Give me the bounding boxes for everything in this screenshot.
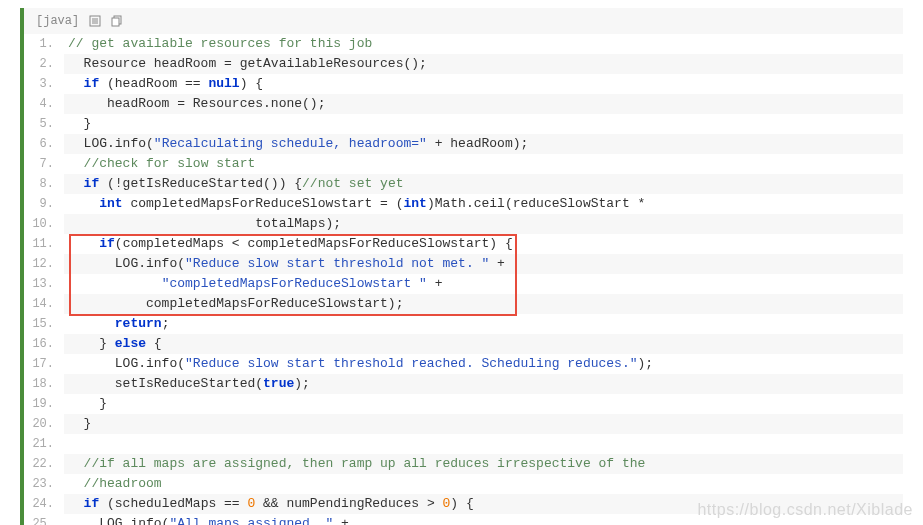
code-content[interactable]: //check for slow start: [64, 154, 903, 174]
code-line: 17. LOG.info("Reduce slow start threshol…: [24, 354, 903, 374]
code-content[interactable]: }: [64, 394, 903, 414]
line-number: 25.: [24, 514, 64, 525]
code-content[interactable]: setIsReduceStarted(true);: [64, 374, 903, 394]
line-number: 13.: [24, 274, 64, 294]
code-line: 2. Resource headRoom = getAvailableResou…: [24, 54, 903, 74]
code-content[interactable]: return;: [64, 314, 903, 334]
code-content[interactable]: headRoom = Resources.none();: [64, 94, 903, 114]
language-label: [java]: [36, 14, 79, 28]
line-number: 8.: [24, 174, 64, 194]
code-line: 7. //check for slow start: [24, 154, 903, 174]
view-plain-icon[interactable]: [89, 15, 101, 27]
line-number: 17.: [24, 354, 64, 374]
code-content[interactable]: }: [64, 114, 903, 134]
line-number: 11.: [24, 234, 64, 254]
line-number: 4.: [24, 94, 64, 114]
code-header: [java]: [24, 8, 903, 34]
code-line: 20. }: [24, 414, 903, 434]
code-line: 15. return;: [24, 314, 903, 334]
line-number: 20.: [24, 414, 64, 434]
code-content[interactable]: //if all maps are assigned, then ramp up…: [64, 454, 903, 474]
code-content[interactable]: if (!getIsReduceStarted()) {//not set ye…: [64, 174, 903, 194]
line-number: 21.: [24, 434, 64, 454]
code-line: 21.: [24, 434, 903, 454]
code-content[interactable]: int completedMapsForReduceSlowstart = (i…: [64, 194, 903, 214]
line-number: 5.: [24, 114, 64, 134]
line-number: 14.: [24, 294, 64, 314]
svg-rect-5: [112, 18, 119, 26]
line-number: 6.: [24, 134, 64, 154]
code-line: 18. setIsReduceStarted(true);: [24, 374, 903, 394]
line-number: 24.: [24, 494, 64, 514]
line-number: 18.: [24, 374, 64, 394]
code-line: 5. }: [24, 114, 903, 134]
code-content[interactable]: completedMapsForReduceSlowstart);: [64, 294, 903, 314]
code-content[interactable]: LOG.info("Reduce slow start threshold no…: [64, 254, 903, 274]
code-line: 8. if (!getIsReduceStarted()) {//not set…: [24, 174, 903, 194]
code-line: 6. LOG.info("Recalculating schedule, hea…: [24, 134, 903, 154]
code-content[interactable]: if (headRoom == null) {: [64, 74, 903, 94]
code-line: 12. LOG.info("Reduce slow start threshol…: [24, 254, 903, 274]
code-line: 11. if(completedMaps < completedMapsForR…: [24, 234, 903, 254]
code-content[interactable]: Resource headRoom = getAvailableResource…: [64, 54, 903, 74]
code-line: 9. int completedMapsForReduceSlowstart =…: [24, 194, 903, 214]
code-content[interactable]: totalMaps);: [64, 214, 903, 234]
code-content[interactable]: LOG.info("Recalculating schedule, headro…: [64, 134, 903, 154]
code-line: 10. totalMaps);: [24, 214, 903, 234]
code-content[interactable]: if(completedMaps < completedMapsForReduc…: [64, 234, 903, 254]
code-line: 23. //headroom: [24, 474, 903, 494]
line-number: 9.: [24, 194, 64, 214]
code-content[interactable]: LOG.info("Reduce slow start threshold re…: [64, 354, 903, 374]
code-line: 19. }: [24, 394, 903, 414]
line-number: 10.: [24, 214, 64, 234]
code-line: 4. headRoom = Resources.none();: [24, 94, 903, 114]
code-line: 16. } else {: [24, 334, 903, 354]
line-number: 1.: [24, 34, 64, 54]
line-number: 22.: [24, 454, 64, 474]
code-content[interactable]: //headroom: [64, 474, 903, 494]
code-content[interactable]: }: [64, 414, 903, 434]
code-line: 22. //if all maps are assigned, then ram…: [24, 454, 903, 474]
code-line: 3. if (headRoom == null) {: [24, 74, 903, 94]
code-line: 1.// get available resources for this jo…: [24, 34, 903, 54]
line-number: 3.: [24, 74, 64, 94]
line-number: 19.: [24, 394, 64, 414]
line-number: 23.: [24, 474, 64, 494]
code-line: 14. completedMapsForReduceSlowstart);: [24, 294, 903, 314]
line-number: 15.: [24, 314, 64, 334]
code-content[interactable]: } else {: [64, 334, 903, 354]
line-number: 12.: [24, 254, 64, 274]
line-number: 7.: [24, 154, 64, 174]
line-number: 16.: [24, 334, 64, 354]
copy-icon[interactable]: [111, 15, 123, 27]
code-lines: 1.// get available resources for this jo…: [24, 34, 903, 525]
code-content[interactable]: // get available resources for this job: [64, 34, 903, 54]
code-line: 13. "completedMapsForReduceSlowstart " +: [24, 274, 903, 294]
code-block: [java] 1.// get available resources for …: [20, 8, 903, 525]
watermark: https://blog.csdn.net/Xiblade: [697, 501, 913, 519]
code-content[interactable]: "completedMapsForReduceSlowstart " +: [64, 274, 903, 294]
code-content[interactable]: [64, 434, 903, 454]
line-number: 2.: [24, 54, 64, 74]
